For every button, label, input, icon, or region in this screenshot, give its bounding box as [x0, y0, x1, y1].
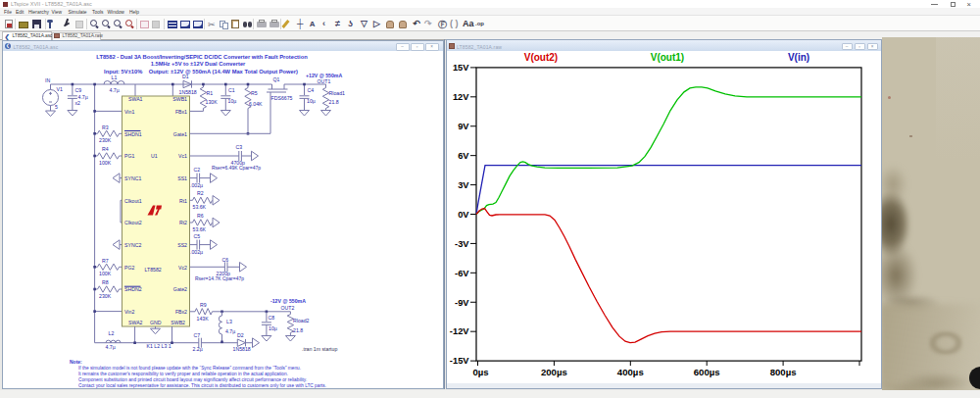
- svg-text:D2: D2: [237, 332, 244, 338]
- svg-text:Rload2: Rload2: [293, 318, 310, 323]
- svg-text:0V: 0V: [458, 210, 469, 220]
- svg-text:Contact your local sales repre: Contact your local sales representative …: [78, 383, 326, 388]
- svg-text:4.7µ: 4.7µ: [225, 328, 235, 334]
- svg-text:OUT2: OUT2: [281, 305, 295, 311]
- svg-text:-6V: -6V: [455, 269, 469, 278]
- svg-text:10µ: 10µ: [269, 325, 277, 331]
- svg-text:600µs: 600µs: [694, 367, 720, 377]
- svg-text:100K: 100K: [99, 271, 112, 276]
- svg-text:R9: R9: [200, 302, 207, 308]
- svg-text:-3V: -3V: [455, 239, 469, 249]
- svg-text:PG1: PG1: [124, 153, 134, 159]
- svg-text:Vc1: Vc1: [178, 153, 187, 159]
- svg-text:C1: C1: [228, 87, 235, 93]
- svg-text:If the simulation model is not: If the simulation model is not found ple…: [78, 366, 301, 371]
- svg-text:R3: R3: [102, 124, 109, 130]
- svg-text:OUT1: OUT1: [318, 78, 331, 84]
- svg-text:SHDN1: SHDN1: [124, 131, 142, 137]
- svg-text:FBx1: FBx1: [175, 109, 187, 115]
- svg-text:U1: U1: [151, 153, 158, 159]
- svg-text:230K: 230K: [99, 137, 112, 143]
- svg-text:GND: GND: [150, 320, 162, 325]
- svg-text:Component substitution and pri: Component substitution and printed circu…: [78, 377, 307, 382]
- svg-text:SWA2: SWA2: [128, 320, 143, 325]
- svg-text:6.04K: 6.04K: [249, 101, 263, 107]
- svg-text:.002µ: .002µ: [190, 182, 203, 188]
- svg-text:SYNC2: SYNC2: [124, 242, 141, 248]
- svg-text:R8: R8: [102, 279, 109, 285]
- svg-text:x2: x2: [75, 100, 81, 106]
- svg-text:SWA1: SWA1: [128, 96, 143, 102]
- svg-text:-12V: -12V: [450, 326, 469, 336]
- svg-text:SS1: SS1: [177, 175, 187, 181]
- svg-text:C8: C8: [269, 315, 275, 321]
- svg-text:R4: R4: [102, 146, 109, 152]
- svg-text:C3: C3: [236, 144, 243, 150]
- svg-text:LT8582 - Dual 3A Boost/Inverti: LT8582 - Dual 3A Boost/Inverting/SEPIC D…: [96, 54, 308, 60]
- svg-text:SS2: SS2: [177, 242, 187, 248]
- svg-text:L2: L2: [109, 330, 115, 336]
- svg-text:21.8: 21.8: [329, 99, 339, 105]
- svg-text:LT8582: LT8582: [145, 267, 162, 273]
- svg-text:C7: C7: [194, 332, 201, 338]
- svg-text:2.2µ: 2.2µ: [193, 346, 203, 352]
- svg-text:D1: D1: [182, 74, 189, 79]
- svg-text:.002µ: .002µ: [190, 249, 203, 255]
- svg-text:Rt1: Rt1: [179, 198, 187, 204]
- svg-text:4.7µ: 4.7µ: [78, 94, 88, 100]
- svg-text:-15V: -15V: [450, 356, 469, 366]
- svg-text:PG2: PG2: [124, 265, 134, 271]
- svg-text:Clkout1: Clkout1: [124, 198, 142, 204]
- svg-text:V(in): V(in): [788, 52, 809, 63]
- svg-text:200µs: 200µs: [541, 367, 567, 377]
- svg-text:Note:: Note:: [70, 359, 82, 365]
- svg-text:FBx2: FBx2: [175, 309, 187, 315]
- svg-text:10µ: 10µ: [307, 98, 316, 104]
- svg-text:3V: 3V: [458, 180, 469, 190]
- svg-text:Q1: Q1: [273, 76, 280, 82]
- svg-text:.tran 1m startup: .tran 1m startup: [302, 346, 337, 352]
- svg-text:SWB1: SWB1: [172, 96, 187, 102]
- svg-text:10µ: 10µ: [228, 98, 237, 104]
- svg-text:+12V @ 550mA: +12V @ 550mA: [306, 73, 342, 78]
- svg-text:V(out1): V(out1): [651, 52, 684, 63]
- svg-text:L1: L1: [112, 75, 118, 80]
- svg-text:1.5MHz +5V to ±12V Dual Conver: 1.5MHz +5V to ±12V Dual Converter: [151, 61, 246, 67]
- svg-text:53.6K: 53.6K: [193, 204, 207, 210]
- svg-text:Rt2: Rt2: [179, 220, 187, 225]
- svg-text:C9: C9: [75, 87, 82, 93]
- svg-text:R1: R1: [207, 90, 214, 96]
- svg-text:FDS6675: FDS6675: [271, 95, 293, 101]
- svg-text:C5: C5: [194, 233, 201, 239]
- svg-text:IN: IN: [45, 77, 50, 83]
- svg-text:C6: C6: [222, 257, 229, 263]
- svg-text:SHDN2: SHDN2: [124, 286, 142, 292]
- svg-text:SYNC1: SYNC1: [124, 175, 141, 181]
- svg-text:V1: V1: [57, 86, 63, 92]
- svg-text:Vc2: Vc2: [178, 265, 187, 271]
- svg-text:0µs: 0µs: [472, 367, 488, 377]
- svg-text:Rload1: Rload1: [329, 90, 346, 96]
- svg-text:Clkout2: Clkout2: [124, 220, 142, 225]
- svg-text:1N5818: 1N5818: [233, 346, 251, 352]
- svg-text:9V: 9V: [458, 122, 469, 131]
- svg-text:1N5818: 1N5818: [179, 89, 197, 95]
- svg-text:53.6K: 53.6K: [193, 226, 207, 232]
- svg-text:Rser=6.49K Cpar=47p: Rser=6.49K Cpar=47p: [212, 165, 261, 171]
- svg-text:143K: 143K: [197, 316, 210, 322]
- svg-text:Vin1: Vin1: [124, 109, 134, 115]
- svg-text:C4: C4: [308, 87, 315, 93]
- svg-text:R6: R6: [197, 213, 204, 219]
- svg-text:100K: 100K: [99, 160, 112, 166]
- svg-text:K1 L2 L3 1: K1 L2 L3 1: [147, 343, 172, 349]
- svg-text:Gate1: Gate1: [173, 131, 187, 137]
- svg-text:15V: 15V: [453, 63, 469, 73]
- svg-text:6V: 6V: [458, 151, 469, 161]
- svg-text:Input: 5V±10% Output: ±12V: Input: 5V±10% Output: ±12V @ 550mA (14.4…: [104, 69, 298, 75]
- svg-text:-12V @ 550mA: -12V @ 550mA: [270, 298, 306, 304]
- svg-text:R7: R7: [102, 258, 109, 264]
- svg-text:Vin2: Vin2: [124, 309, 134, 315]
- svg-text:4.7µ: 4.7µ: [110, 87, 120, 93]
- svg-text:12V: 12V: [453, 92, 469, 102]
- svg-text:R5: R5: [251, 90, 258, 96]
